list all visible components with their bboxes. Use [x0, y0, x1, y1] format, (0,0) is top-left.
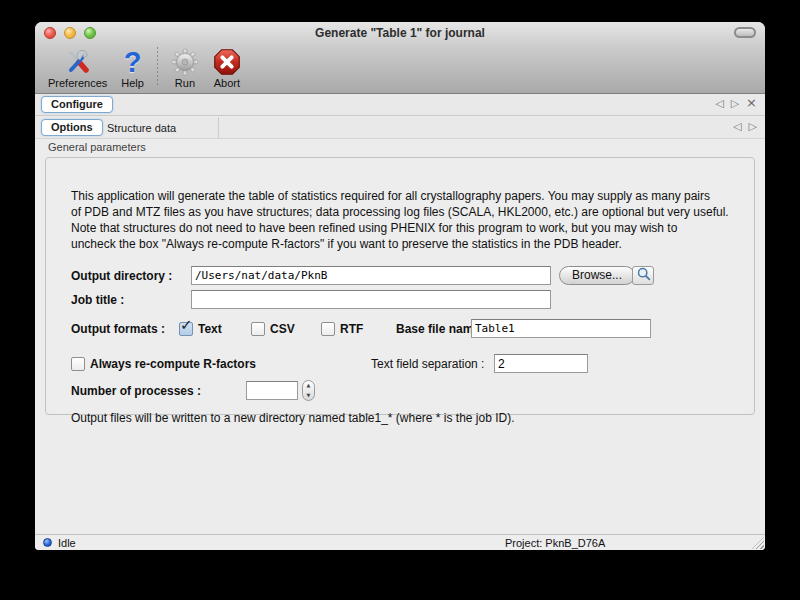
tab-configure[interactable]: Configure: [41, 96, 113, 113]
title-bar[interactable]: Generate "Table 1" for journal: [35, 22, 765, 44]
window-chrome: Generate "Table 1" for journal Preferenc…: [35, 22, 765, 94]
num-processes-input[interactable]: [246, 381, 298, 400]
output-directory-input[interactable]: [191, 266, 551, 285]
abort-label: Abort: [214, 77, 240, 89]
tab-options[interactable]: Options: [41, 119, 103, 136]
window-title: Generate "Table 1" for journal: [35, 26, 765, 40]
num-processes-label: Number of processes :: [71, 381, 201, 401]
text-checkbox-box[interactable]: ✓: [179, 322, 193, 336]
output-formats-label: Output formats :: [71, 319, 165, 339]
app-window: Generate "Table 1" for journal Preferenc…: [35, 22, 765, 550]
num-processes-stepper[interactable]: ▲ ▼: [302, 380, 315, 401]
configure-tab-bar: Configure ◁ ▷ ×: [35, 94, 765, 116]
rtf-checkbox-label: RTF: [340, 322, 363, 336]
stepper-down-icon[interactable]: ▼: [307, 393, 311, 398]
resize-grip[interactable]: [752, 537, 764, 549]
toolbar-toggle-button[interactable]: [734, 27, 756, 38]
preferences-label: Preferences: [48, 77, 107, 89]
text-field-separation-input[interactable]: [494, 354, 588, 373]
checkbox-csv[interactable]: CSV: [251, 322, 295, 336]
browse-button[interactable]: Browse...: [559, 266, 635, 285]
description-line: Note that structures do not need to have…: [71, 220, 729, 236]
job-title-label: Job title :: [71, 290, 124, 310]
gear-icon: [171, 46, 199, 78]
run-label: Run: [175, 77, 195, 89]
subtab-nav-controls: ◁ ▷: [733, 120, 757, 134]
base-file-name-input[interactable]: [471, 319, 651, 338]
options-panel: General parameters This application will…: [35, 139, 765, 534]
text-field-separation-label: Text field separation :: [371, 354, 484, 374]
tab-close-icon[interactable]: ×: [746, 96, 757, 111]
toolbar: Preferences ? Help: [35, 44, 248, 94]
tab-nav-right-icon[interactable]: ▷: [731, 97, 739, 111]
stepper-up-icon[interactable]: ▲: [307, 383, 311, 388]
tab-nav-left-icon[interactable]: ◁: [715, 97, 723, 111]
help-button[interactable]: ? Help: [114, 44, 151, 89]
description-line: of PDB and MTZ files as you have structu…: [71, 204, 729, 220]
stop-icon: [213, 46, 241, 78]
magnifier-icon: [636, 266, 651, 285]
tab-nav-controls: ◁ ▷ ×: [715, 97, 757, 111]
subtab-nav-right-icon[interactable]: ▷: [749, 120, 757, 134]
checkbox-rtf[interactable]: RTF: [321, 322, 363, 336]
tools-icon: [64, 46, 92, 78]
description-text: This application will generate the table…: [71, 188, 729, 252]
job-title-input[interactable]: [191, 290, 551, 309]
run-button[interactable]: Run: [164, 44, 206, 89]
general-parameters-group: This application will generate the table…: [45, 157, 755, 415]
rtf-checkbox-box[interactable]: [321, 322, 335, 336]
tab-separator: [218, 117, 219, 138]
text-checkbox-label: Text: [198, 322, 222, 336]
toolbar-separator: [157, 47, 158, 87]
help-label: Help: [121, 77, 144, 89]
output-directory-label: Output directory :: [71, 266, 172, 286]
description-line: uncheck the box "Always re-compute R-fac…: [71, 236, 729, 252]
recompute-checkbox-box[interactable]: [71, 357, 85, 371]
help-question-icon: ?: [124, 46, 142, 78]
subtab-nav-left-icon[interactable]: ◁: [733, 120, 741, 134]
project-label: Project: PknB_D76A: [505, 537, 605, 549]
checkbox-text[interactable]: ✓ Text: [179, 322, 222, 336]
output-note-text: Output files will be written to a new di…: [71, 411, 515, 425]
search-directory-button[interactable]: [632, 266, 654, 285]
recompute-checkbox-label: Always re-compute R-factors: [90, 357, 256, 371]
status-bar: Idle Project: PknB_D76A: [35, 534, 765, 550]
csv-checkbox-box[interactable]: [251, 322, 265, 336]
csv-checkbox-label: CSV: [270, 322, 295, 336]
tab-structure-data[interactable]: Structure data: [107, 122, 176, 134]
description-line: This application will generate the table…: [71, 188, 729, 204]
checkmark-icon: ✓: [180, 316, 193, 334]
group-box-label: General parameters: [48, 141, 146, 153]
options-tab-bar: Options Structure data ◁ ▷: [35, 117, 765, 139]
status-led-icon: [43, 538, 52, 547]
preferences-button[interactable]: Preferences: [41, 44, 114, 89]
status-text: Idle: [58, 537, 76, 549]
desktop: { "window": { "title": "Generate \"Table…: [0, 0, 800, 600]
abort-button[interactable]: Abort: [206, 44, 248, 89]
checkbox-recompute[interactable]: Always re-compute R-factors: [71, 357, 256, 371]
